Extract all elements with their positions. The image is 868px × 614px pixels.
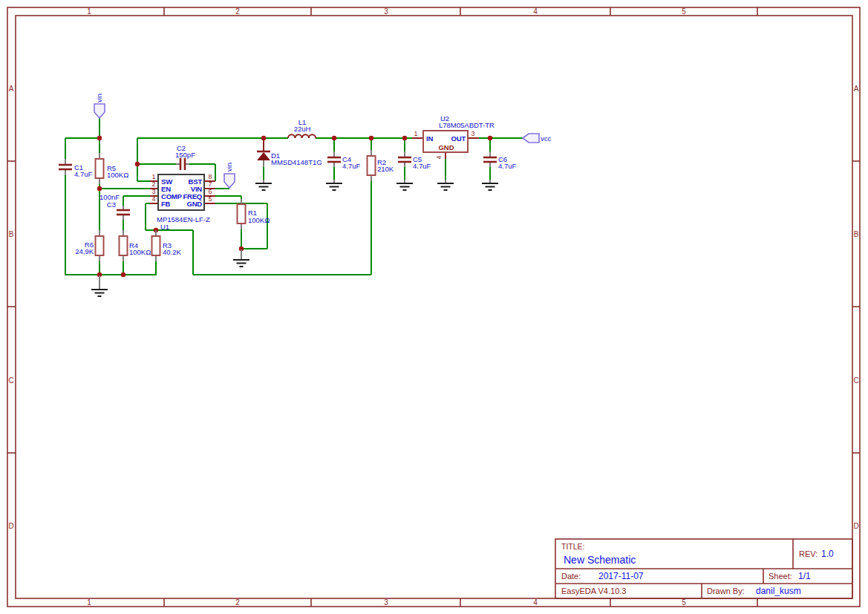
component-l1[interactable]: L1 22uH [288, 118, 316, 138]
net-flag-icon[interactable] [224, 174, 235, 188]
component-r5[interactable]: R5 100KΩ [96, 153, 129, 184]
frame-row-label: D [8, 522, 13, 530]
net-flag-vin-top[interactable]: vin [94, 94, 105, 118]
component-value[interactable]: 100KΩ [107, 171, 128, 179]
pin-number: 6 [208, 188, 212, 195]
pin-name: FB [161, 200, 171, 208]
component-c5[interactable]: C5 4.7uF [398, 151, 431, 170]
component-r6[interactable]: R6 24,9K [75, 230, 103, 261]
component-value[interactable]: 4.7uF [342, 162, 360, 170]
frame-col-label: 5 [682, 598, 686, 607]
component-c1[interactable]: C1 4.7uF [59, 159, 92, 178]
component-c6[interactable]: C6 4.7uF [483, 151, 516, 170]
title-block: TITLE: New Schematic REV: 1.0 Date: 2017… [555, 539, 852, 598]
pin-number: 5 [208, 195, 212, 203]
schematic-sheet: 1 2 3 4 5 1 2 3 4 5 A B C D A B C D TITL… [0, 0, 868, 614]
title-label: TITLE: [561, 542, 585, 551]
component-d1[interactable]: D1 MMSD4148T1G [257, 138, 322, 167]
ground-symbol[interactable] [397, 180, 413, 190]
net-flag-label[interactable]: vin [95, 94, 103, 102]
sheet-label: Sheet: [769, 572, 792, 581]
date-value: 2017-11-07 [598, 571, 644, 581]
component-value[interactable]: 150pF [175, 151, 195, 159]
software-version: EasyEDA V4.10.3 [561, 587, 626, 595]
ground-symbol[interactable] [233, 249, 249, 267]
component-ref[interactable]: U1 [160, 223, 169, 231]
rev-value: 1.0 [821, 549, 834, 559]
sheet-frame: 1 2 3 4 5 1 2 3 4 5 A B C D A B C D [7, 7, 860, 607]
ic-u2[interactable]: 1 3 4 IN OUT GND U2 L78M05ABDT-TR [412, 114, 495, 160]
frame-row-label: B [854, 230, 859, 238]
component-value[interactable]: 24,9K [75, 247, 94, 255]
pin-number: 1 [151, 173, 155, 180]
component-c2[interactable]: C2 150pF [175, 144, 195, 170]
pin-name: IN [426, 134, 433, 143]
frame-inner-border [16, 16, 852, 598]
frame-row-label: A [854, 85, 859, 93]
component-r2[interactable]: R2 210K [368, 150, 394, 181]
ground-symbol[interactable] [255, 180, 272, 190]
pin-number: 4 [435, 155, 443, 159]
drawn-by-label: Drawn By: [707, 587, 745, 595]
junction-dot [488, 136, 492, 140]
frame-row-label: C [853, 376, 858, 385]
frame-col-label: 4 [533, 598, 538, 607]
pin-name: GND [186, 200, 202, 208]
ground-symbol[interactable] [91, 275, 108, 296]
ground-symbol[interactable] [437, 180, 454, 190]
ic-u1[interactable]: 1 2 3 4 8 7 6 5 SW EN COMP FB BST VIN FR… [150, 173, 215, 231]
net-flag-icon[interactable] [94, 104, 105, 118]
frame-col-label: 2 [235, 7, 240, 16]
frame-col-label: 5 [682, 7, 686, 16]
ground-symbol[interactable] [482, 180, 498, 190]
frame-col-label: 2 [235, 598, 240, 607]
component-ref[interactable]: C3 [107, 200, 116, 209]
pin-name: OUT [451, 134, 466, 143]
net-flag-vin-u1[interactable]: vin [224, 163, 235, 188]
frame-col-label: 3 [384, 7, 388, 16]
component-value[interactable]: L78M05ABDT-TR [439, 121, 495, 129]
pin-number: 3 [471, 130, 474, 137]
frame-row-label: B [9, 230, 14, 238]
net-flag-label[interactable]: vin [225, 163, 233, 172]
rev-label: REV: [799, 549, 818, 558]
frame-outer-border [7, 7, 860, 607]
frame-col-label: 4 [533, 7, 538, 16]
component-value[interactable]: 210K [377, 165, 394, 173]
component-value[interactable]: MMSD4148T1G [271, 158, 322, 166]
component-value[interactable]: 100KΩ [248, 216, 270, 224]
junction-dot [121, 272, 125, 277]
component-value[interactable]: 4.7uF [413, 162, 431, 170]
component-c3[interactable]: 100nF C3 [99, 193, 130, 220]
pin-name: GND [438, 143, 454, 151]
net-flag-icon[interactable] [523, 134, 539, 143]
frame-row-label: D [853, 522, 858, 530]
frame-row-label: A [9, 85, 14, 93]
pin-number: 8 [208, 173, 212, 180]
pin-number: 4 [151, 195, 155, 203]
frame-col-label: 1 [87, 7, 91, 16]
junction-dot [369, 136, 373, 140]
component-r3[interactable]: R3 40.2K [152, 230, 182, 261]
net-flag-label[interactable]: vcc [541, 134, 552, 143]
ground-symbol[interactable] [326, 180, 342, 190]
frame-row-label: C [8, 376, 13, 385]
pin-number: 2 [151, 180, 155, 188]
component-r4[interactable]: R4 100KΩ [120, 230, 151, 261]
pin-number: 7 [208, 180, 212, 188]
pin-number: 3 [151, 188, 155, 195]
component-c4[interactable]: C4 4.7uF [327, 151, 360, 170]
component-value[interactable]: 40.2K [163, 248, 181, 256]
component-value[interactable]: 100KΩ [129, 248, 151, 256]
component-value[interactable]: 4.7uF [498, 162, 516, 170]
sheet-value: 1/1 [798, 571, 811, 581]
junction-dot [135, 162, 140, 166]
net-flag-vcc[interactable]: vcc [523, 134, 552, 143]
component-value[interactable]: 4.7uF [74, 170, 92, 178]
frame-col-label: 1 [87, 598, 91, 607]
junction-dot [97, 186, 102, 191]
component-value[interactable]: 22uH [294, 125, 311, 133]
junction-dot [97, 136, 102, 140]
drawn-by-value: danil_kusm [756, 586, 801, 596]
schematic-canvas[interactable]: 1 2 3 4 5 1 2 3 4 5 A B C D A B C D TITL… [0, 0, 868, 614]
